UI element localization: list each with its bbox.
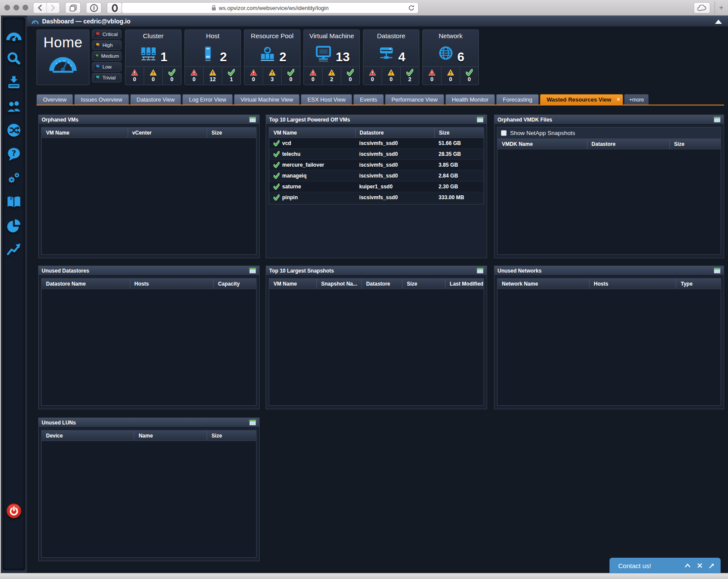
sidebar-item-integrations[interactable] [4,118,24,142]
network-ok-cell[interactable]: 0 [460,67,478,85]
scroll-top-arrow[interactable] [715,20,722,24]
legend-trivial-button[interactable]: Trivial [92,73,122,82]
tab-log-error-view[interactable]: Log Error View [182,94,233,105]
show-netapp-checkbox[interactable] [501,130,507,136]
sidebar-item-help[interactable]: ? [4,142,24,166]
reader-extension-button[interactable] [86,2,102,13]
column-header[interactable]: Hosts [130,279,214,289]
column-header[interactable]: Datastore [361,279,402,289]
datastore-critical-cell[interactable]: 0 [363,67,382,85]
sidebar-item-updates[interactable] [4,70,24,94]
host-critical-cell[interactable]: 0 [185,67,203,85]
column-header[interactable]: Type [676,279,721,289]
network-critical-cell[interactable]: 0 [423,67,441,85]
legend-critical-button[interactable]: Critical [92,30,122,39]
virtual-machine-card[interactable]: Virtual Machine 13 0 2 0 [303,30,360,85]
column-header[interactable]: VMDK Name [497,139,587,149]
grid-view-icon[interactable] [249,419,256,426]
tab-overview[interactable]: Overview [36,94,73,105]
table-row[interactable]: mercure_failover iscsivmfs_ssd0 3.85 GB [269,160,484,171]
host-ok-cell[interactable]: 1 [222,67,240,85]
resource-pool-critical-cell[interactable]: 0 [244,67,263,85]
grid-view-icon[interactable] [714,267,721,274]
icloud-tabs-button[interactable] [694,2,710,13]
tab-health-monitor[interactable]: Health Monitor [445,94,495,105]
tab-esx-host-view[interactable]: ESX Host View [301,94,352,105]
tab-overview-button[interactable] [65,2,81,13]
table-row[interactable]: manageiq iscsivmfs_ssd0 2.84 GB [269,171,484,181]
datastore-card[interactable]: Datastore 4 0 0 2 [363,30,419,85]
virtual-machine-ok-cell[interactable]: 0 [341,67,359,85]
column-header[interactable]: Size [207,431,256,441]
column-header[interactable]: VM Name [42,128,128,138]
address-bar[interactable]: ws.opvizor.com/webservice/ws/identity/lo… [122,2,418,13]
sidebar-item-settings[interactable] [4,166,24,190]
column-header[interactable]: Device [42,431,134,441]
column-header[interactable]: VM Name [269,128,355,138]
column-header[interactable]: Network Name [497,279,589,289]
password-extension-button[interactable] [107,2,122,13]
forward-button[interactable] [46,3,60,13]
legend-high-button[interactable]: High [92,40,122,50]
cluster-card[interactable]: Cluster 1 0 0 0 [125,30,181,85]
network-warning-cell[interactable]: 0 [441,67,460,85]
column-header[interactable]: Capacity [213,279,256,289]
resource-pool-ok-cell[interactable]: 0 [281,67,300,85]
tab-wasted-resources-view[interactable]: Wasted Resources View × [540,94,623,105]
window-zoom-button[interactable] [23,5,28,10]
sidebar-item-reports[interactable] [4,214,24,237]
grid-view-icon[interactable] [249,267,256,274]
home-panel[interactable]: Home [36,30,89,85]
tab-performance-view[interactable]: Performance View [385,94,444,105]
network-card[interactable]: Network 6 0 0 0 [422,30,479,85]
column-header[interactable]: Size [434,128,484,138]
tab-forecasting[interactable]: Forecasting [496,94,539,105]
sidebar-item-analytics[interactable] [4,237,24,261]
host-card[interactable]: Host 2 0 12 1 [184,30,241,85]
window-close-button[interactable] [4,5,10,10]
column-header[interactable]: VM Name [269,279,316,289]
tab-virtual-machine-view[interactable]: Virtual Machine View [234,94,300,105]
back-button[interactable] [33,3,46,13]
datastore-ok-cell[interactable]: 2 [400,67,419,85]
column-header[interactable]: Size [207,128,256,138]
expand-icon[interactable] [709,563,715,569]
sidebar-item-users[interactable] [4,94,24,118]
column-header[interactable]: Name [134,431,207,441]
column-header[interactable]: Size [669,139,721,149]
close-icon[interactable] [697,563,702,568]
resource-pool-card[interactable]: Resource Pool 2 0 3 0 [244,30,300,85]
sidebar-item-logout[interactable] [4,499,24,523]
table-row[interactable]: saturne kuiper1_ssd0 2.30 GB [269,181,484,192]
cluster-critical-cell[interactable]: 0 [125,67,144,85]
column-header[interactable]: Datastore [587,139,669,149]
column-header[interactable]: Snapshot Na... [316,279,362,289]
cluster-ok-cell[interactable]: 0 [162,67,181,85]
column-header[interactable]: Last Modified [445,279,484,289]
grid-view-icon[interactable] [714,116,721,123]
new-tab-button[interactable]: + [715,1,728,14]
legend-low-button[interactable]: Low [92,62,122,72]
tab-issues-overview[interactable]: Issues Overview [74,94,128,105]
column-header[interactable]: Datastore Name [42,279,130,289]
legend-medium-button[interactable]: Medium [92,51,122,61]
resource-pool-warning-cell[interactable]: 3 [263,67,281,85]
tab-datastore-view[interactable]: Datastore View [130,94,181,105]
virtual-machine-warning-cell[interactable]: 2 [322,67,341,85]
grid-view-icon[interactable] [477,116,484,123]
sidebar-item-docs[interactable] [4,190,24,214]
column-header[interactable]: Hosts [589,279,676,289]
cluster-warning-cell[interactable]: 0 [144,67,162,85]
column-header[interactable]: Size [402,279,445,289]
reload-button[interactable] [408,5,415,13]
sidebar-item-dashboard[interactable] [4,23,24,46]
tab-more[interactable]: +more [624,94,649,105]
window-minimize-button[interactable] [13,5,19,10]
tab-events[interactable]: Events [353,94,384,105]
host-warning-cell[interactable]: 12 [203,67,222,85]
sidebar-item-search[interactable] [4,46,24,70]
table-row[interactable]: telechu iscsivmfs_ssd0 28.35 GB [269,149,484,160]
grid-view-icon[interactable] [249,116,256,123]
column-header[interactable]: vCenter [128,128,207,138]
column-header[interactable]: Datastore [355,128,435,138]
